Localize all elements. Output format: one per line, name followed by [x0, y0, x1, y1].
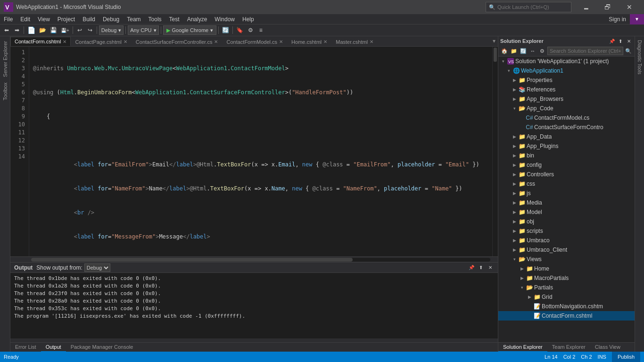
sign-in[interactable]: Sign in: [605, 14, 630, 25]
code-editor[interactable]: 12345 678910 11121314 @inherits Umbraco.…: [10, 47, 498, 256]
se-search-btn[interactable]: 🔍: [624, 47, 633, 55]
se-sync-btn[interactable]: ↔: [528, 47, 537, 55]
restore-button[interactable]: 🗗: [597, 0, 619, 14]
tb-save[interactable]: 💾: [49, 25, 58, 35]
tree-item-home[interactable]: ▶ 📁 Home: [498, 264, 635, 273]
tree-item-contactform-cshtml[interactable]: 📝 ContactForm.cshtml: [498, 311, 635, 321]
menu-build[interactable]: Build: [79, 14, 99, 25]
se-search-box[interactable]: [547, 47, 623, 55]
tab-contactsurface[interactable]: ContactSurfaceFormController.cs ✕: [132, 37, 223, 46]
menu-project[interactable]: Project: [54, 14, 79, 25]
tree-item-bin[interactable]: ▶ 📁 bin: [498, 151, 635, 160]
se-settings-btn[interactable]: ⚙: [538, 47, 546, 55]
tree-item-contactsurface[interactable]: C# ContactSurfaceFormContro: [498, 123, 635, 132]
tab-close-btn[interactable]: ✕: [323, 39, 327, 44]
debug-config-dropdown[interactable]: Debug ▾: [99, 25, 124, 35]
se-refresh-btn[interactable]: 🔄: [519, 47, 528, 55]
tb-new[interactable]: 📄: [26, 25, 37, 35]
platform-dropdown[interactable]: Any CPU ▾: [128, 25, 158, 35]
tab-package-manager[interactable]: Package Manager Console: [66, 343, 138, 352]
tab-class-view[interactable]: Class View: [590, 343, 625, 352]
tree-item-css[interactable]: ▶ 📁 css: [498, 179, 635, 189]
output-close-btn[interactable]: ✕: [487, 264, 494, 272]
menu-window[interactable]: Window: [211, 14, 239, 25]
tree-item-umbraco[interactable]: ▶ 📁 Umbraco: [498, 236, 635, 245]
tree-item-references[interactable]: ▶ 📚 References: [498, 85, 635, 94]
code-content[interactable]: @inherits Umbraco.Web.Mvc.UmbracoViewPag…: [29, 47, 492, 256]
se-show-all-btn[interactable]: 📁: [510, 47, 518, 55]
tree-item-views[interactable]: ▾ 📂 Views: [498, 255, 635, 264]
tb-more[interactable]: ≡: [256, 25, 265, 35]
tree-item-js[interactable]: ▶ 📁 js: [498, 189, 635, 198]
tab-team-explorer[interactable]: Team Explorer: [547, 343, 590, 352]
tree-item-appbrowsers[interactable]: ▶ 📁 App_Browsers: [498, 94, 635, 104]
minimize-button[interactable]: 🗕: [575, 0, 597, 14]
close-button[interactable]: ✕: [619, 0, 640, 14]
tree-solution[interactable]: ▾ VS Solution 'WebApplication1' (1 proje…: [498, 57, 635, 66]
tree-item-appdata[interactable]: ▶ 📁 App_Data: [498, 132, 635, 141]
menu-team[interactable]: Team: [123, 14, 144, 25]
tree-project[interactable]: ▾ 🌐 WebApplication1: [498, 66, 635, 75]
tree-item-obj[interactable]: ▶ 📁 obj: [498, 217, 635, 226]
tab-contactpage-cshtml[interactable]: ContactPage.cshtml ✕: [71, 37, 131, 46]
se-pin-btn[interactable]: 📌: [608, 37, 616, 45]
tab-home-cshtml[interactable]: Home.cshtml ✕: [287, 37, 331, 46]
tab-output[interactable]: Output: [41, 343, 66, 352]
tb-saveall[interactable]: 💾+: [59, 25, 71, 35]
tab-master-cshtml[interactable]: Master.cshtml ✕: [331, 37, 378, 46]
server-explorer-tab[interactable]: Server Explorer: [1, 38, 9, 80]
menu-file[interactable]: File: [0, 14, 17, 25]
tree-item-contactformmodel[interactable]: C# ContactFormModel.cs: [498, 113, 635, 123]
tree-item-config[interactable]: ▶ 📁 config: [498, 160, 635, 170]
tree-item-scripts[interactable]: ▶ 📁 scripts: [498, 226, 635, 236]
tree-item-properties[interactable]: ▶ 📁 Properties: [498, 75, 635, 85]
menu-help[interactable]: Help: [239, 14, 258, 25]
tree-item-appplugins[interactable]: ▶ 📁 App_Plugins: [498, 141, 635, 151]
tb-open[interactable]: 📂: [38, 25, 48, 35]
quick-launch-input[interactable]: [497, 4, 568, 10]
menu-tools[interactable]: Tools: [145, 14, 165, 25]
tree-item-bottomnav[interactable]: 📝 BottomNavigation.cshtm: [498, 302, 635, 311]
tab-close-btn[interactable]: ✕: [370, 39, 373, 44]
tab-contactformmodel[interactable]: ContactFormModel.cs ✕: [222, 37, 287, 46]
toolbox-tab[interactable]: Toolbox: [1, 80, 9, 103]
menu-view[interactable]: View: [34, 14, 54, 25]
tb-settings[interactable]: ⚙: [246, 25, 255, 35]
tree-item-model[interactable]: ▶ 📁 Model: [498, 207, 635, 217]
menu-edit[interactable]: Edit: [17, 14, 34, 25]
tab-solution-explorer[interactable]: Solution Explorer: [498, 343, 547, 352]
tabs-scroll-btn[interactable]: ▾: [490, 36, 498, 46]
tree-item-partials[interactable]: ▾ 📂 Partials: [498, 283, 635, 292]
tab-close-btn[interactable]: ✕: [279, 39, 283, 44]
tb-undo[interactable]: ↩: [75, 25, 84, 35]
output-float-btn[interactable]: ⬆: [477, 264, 485, 272]
tab-close-btn[interactable]: ✕: [124, 39, 127, 44]
tree-item-macropartials[interactable]: ▶ 📁 MacroPartials: [498, 273, 635, 283]
diag-tools-tab[interactable]: Diagnostic Tools: [636, 38, 643, 76]
publish-button[interactable]: Publish: [612, 352, 640, 362]
se-properties-btn[interactable]: 🏠: [500, 47, 509, 55]
tree-item-umbracoclien[interactable]: ▶ 📁 Umbraco_Client: [498, 245, 635, 255]
tab-close-btn[interactable]: ✕: [214, 39, 218, 44]
tab-error-list[interactable]: Error List: [10, 343, 41, 352]
tree-item-media[interactable]: ▶ 📁 Media: [498, 198, 635, 207]
run-button[interactable]: ▶ Google Chrome ▾: [163, 25, 217, 35]
hscrollbar-track[interactable]: [31, 258, 490, 262]
tb-redo[interactable]: ↪: [85, 25, 95, 35]
se-search-input[interactable]: [550, 48, 621, 54]
output-hscrollbar[interactable]: [10, 338, 498, 342]
tree-item-appcode[interactable]: ▾ 📂 App_Code: [498, 104, 635, 113]
se-float-btn[interactable]: ⬆: [617, 37, 624, 45]
tree-item-controllers[interactable]: ▶ 📁 Controllers: [498, 170, 635, 179]
tree-item-grid[interactable]: ▶ 📁 Grid: [498, 292, 635, 302]
menu-analyze[interactable]: Analyze: [183, 14, 211, 25]
vscrollbar-thumb[interactable]: [494, 48, 497, 62]
editor-vscrollbar[interactable]: [492, 47, 498, 256]
hscrollbar-thumb[interactable]: [31, 258, 353, 262]
editor-hscrollbar[interactable]: [10, 256, 498, 262]
output-pin-btn[interactable]: 📌: [468, 264, 475, 272]
tab-contactform-cshtml[interactable]: ContactForm.cshtml ✕: [10, 37, 71, 46]
tab-close-btn[interactable]: ✕: [63, 39, 66, 44]
tb-refresh[interactable]: 🔄: [221, 25, 231, 35]
tb-forward[interactable]: ➡: [12, 25, 22, 35]
